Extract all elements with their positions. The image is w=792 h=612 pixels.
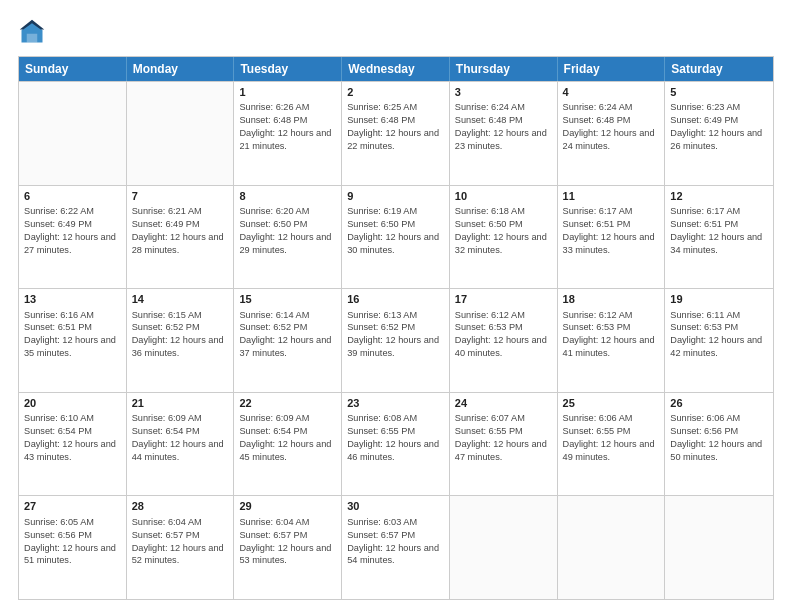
day-cell-26: 26Sunrise: 6:06 AMSunset: 6:56 PMDayligh… [665,393,773,496]
day-cell-2: 2Sunrise: 6:25 AMSunset: 6:48 PMDaylight… [342,82,450,185]
day-info: Sunrise: 6:10 AMSunset: 6:54 PMDaylight:… [24,412,121,464]
day-number: 8 [239,189,336,204]
day-info: Sunrise: 6:17 AMSunset: 6:51 PMDaylight:… [563,205,660,257]
empty-cell [558,496,666,599]
day-cell-13: 13Sunrise: 6:16 AMSunset: 6:51 PMDayligh… [19,289,127,392]
day-cell-28: 28Sunrise: 6:04 AMSunset: 6:57 PMDayligh… [127,496,235,599]
day-info: Sunrise: 6:21 AMSunset: 6:49 PMDaylight:… [132,205,229,257]
week-row-3: 13Sunrise: 6:16 AMSunset: 6:51 PMDayligh… [19,288,773,392]
day-info: Sunrise: 6:26 AMSunset: 6:48 PMDaylight:… [239,101,336,153]
day-info: Sunrise: 6:12 AMSunset: 6:53 PMDaylight:… [455,309,552,361]
day-number: 26 [670,396,768,411]
day-number: 30 [347,499,444,514]
day-header-friday: Friday [558,57,666,81]
day-cell-7: 7Sunrise: 6:21 AMSunset: 6:49 PMDaylight… [127,186,235,289]
day-number: 19 [670,292,768,307]
day-number: 3 [455,85,552,100]
header [18,18,774,46]
day-cell-29: 29Sunrise: 6:04 AMSunset: 6:57 PMDayligh… [234,496,342,599]
day-number: 11 [563,189,660,204]
day-number: 12 [670,189,768,204]
svg-rect-2 [27,34,38,43]
day-cell-21: 21Sunrise: 6:09 AMSunset: 6:54 PMDayligh… [127,393,235,496]
day-header-monday: Monday [127,57,235,81]
day-number: 18 [563,292,660,307]
day-number: 20 [24,396,121,411]
day-cell-6: 6Sunrise: 6:22 AMSunset: 6:49 PMDaylight… [19,186,127,289]
day-info: Sunrise: 6:14 AMSunset: 6:52 PMDaylight:… [239,309,336,361]
day-header-wednesday: Wednesday [342,57,450,81]
day-info: Sunrise: 6:03 AMSunset: 6:57 PMDaylight:… [347,516,444,568]
day-number: 21 [132,396,229,411]
day-info: Sunrise: 6:22 AMSunset: 6:49 PMDaylight:… [24,205,121,257]
day-cell-1: 1Sunrise: 6:26 AMSunset: 6:48 PMDaylight… [234,82,342,185]
day-number: 14 [132,292,229,307]
day-cell-5: 5Sunrise: 6:23 AMSunset: 6:49 PMDaylight… [665,82,773,185]
day-cell-24: 24Sunrise: 6:07 AMSunset: 6:55 PMDayligh… [450,393,558,496]
day-info: Sunrise: 6:04 AMSunset: 6:57 PMDaylight:… [132,516,229,568]
day-header-sunday: Sunday [19,57,127,81]
day-cell-25: 25Sunrise: 6:06 AMSunset: 6:55 PMDayligh… [558,393,666,496]
day-cell-22: 22Sunrise: 6:09 AMSunset: 6:54 PMDayligh… [234,393,342,496]
day-info: Sunrise: 6:15 AMSunset: 6:52 PMDaylight:… [132,309,229,361]
day-number: 15 [239,292,336,307]
day-number: 13 [24,292,121,307]
empty-cell [450,496,558,599]
day-info: Sunrise: 6:06 AMSunset: 6:56 PMDaylight:… [670,412,768,464]
week-row-1: 1Sunrise: 6:26 AMSunset: 6:48 PMDaylight… [19,81,773,185]
day-number: 9 [347,189,444,204]
day-cell-27: 27Sunrise: 6:05 AMSunset: 6:56 PMDayligh… [19,496,127,599]
day-info: Sunrise: 6:25 AMSunset: 6:48 PMDaylight:… [347,101,444,153]
day-info: Sunrise: 6:18 AMSunset: 6:50 PMDaylight:… [455,205,552,257]
empty-cell [127,82,235,185]
day-cell-30: 30Sunrise: 6:03 AMSunset: 6:57 PMDayligh… [342,496,450,599]
day-info: Sunrise: 6:24 AMSunset: 6:48 PMDaylight:… [455,101,552,153]
day-cell-8: 8Sunrise: 6:20 AMSunset: 6:50 PMDaylight… [234,186,342,289]
day-info: Sunrise: 6:20 AMSunset: 6:50 PMDaylight:… [239,205,336,257]
day-cell-9: 9Sunrise: 6:19 AMSunset: 6:50 PMDaylight… [342,186,450,289]
day-number: 1 [239,85,336,100]
day-cell-23: 23Sunrise: 6:08 AMSunset: 6:55 PMDayligh… [342,393,450,496]
day-number: 29 [239,499,336,514]
day-cell-15: 15Sunrise: 6:14 AMSunset: 6:52 PMDayligh… [234,289,342,392]
day-cell-12: 12Sunrise: 6:17 AMSunset: 6:51 PMDayligh… [665,186,773,289]
week-row-4: 20Sunrise: 6:10 AMSunset: 6:54 PMDayligh… [19,392,773,496]
day-header-tuesday: Tuesday [234,57,342,81]
day-number: 5 [670,85,768,100]
day-info: Sunrise: 6:12 AMSunset: 6:53 PMDaylight:… [563,309,660,361]
empty-cell [665,496,773,599]
day-info: Sunrise: 6:09 AMSunset: 6:54 PMDaylight:… [132,412,229,464]
logo-icon [18,18,46,46]
day-number: 22 [239,396,336,411]
day-info: Sunrise: 6:11 AMSunset: 6:53 PMDaylight:… [670,309,768,361]
day-cell-10: 10Sunrise: 6:18 AMSunset: 6:50 PMDayligh… [450,186,558,289]
day-info: Sunrise: 6:19 AMSunset: 6:50 PMDaylight:… [347,205,444,257]
day-number: 23 [347,396,444,411]
day-number: 27 [24,499,121,514]
day-cell-20: 20Sunrise: 6:10 AMSunset: 6:54 PMDayligh… [19,393,127,496]
day-number: 6 [24,189,121,204]
calendar-body: 1Sunrise: 6:26 AMSunset: 6:48 PMDaylight… [19,81,773,599]
week-row-5: 27Sunrise: 6:05 AMSunset: 6:56 PMDayligh… [19,495,773,599]
day-info: Sunrise: 6:16 AMSunset: 6:51 PMDaylight:… [24,309,121,361]
day-number: 25 [563,396,660,411]
day-info: Sunrise: 6:04 AMSunset: 6:57 PMDaylight:… [239,516,336,568]
day-header-saturday: Saturday [665,57,773,81]
day-info: Sunrise: 6:06 AMSunset: 6:55 PMDaylight:… [563,412,660,464]
day-info: Sunrise: 6:05 AMSunset: 6:56 PMDaylight:… [24,516,121,568]
day-info: Sunrise: 6:09 AMSunset: 6:54 PMDaylight:… [239,412,336,464]
calendar: SundayMondayTuesdayWednesdayThursdayFrid… [18,56,774,600]
day-info: Sunrise: 6:07 AMSunset: 6:55 PMDaylight:… [455,412,552,464]
day-info: Sunrise: 6:08 AMSunset: 6:55 PMDaylight:… [347,412,444,464]
day-info: Sunrise: 6:17 AMSunset: 6:51 PMDaylight:… [670,205,768,257]
day-number: 4 [563,85,660,100]
day-number: 17 [455,292,552,307]
page: SundayMondayTuesdayWednesdayThursdayFrid… [0,0,792,612]
day-number: 28 [132,499,229,514]
calendar-header: SundayMondayTuesdayWednesdayThursdayFrid… [19,57,773,81]
day-cell-16: 16Sunrise: 6:13 AMSunset: 6:52 PMDayligh… [342,289,450,392]
empty-cell [19,82,127,185]
day-number: 7 [132,189,229,204]
day-info: Sunrise: 6:23 AMSunset: 6:49 PMDaylight:… [670,101,768,153]
day-cell-17: 17Sunrise: 6:12 AMSunset: 6:53 PMDayligh… [450,289,558,392]
